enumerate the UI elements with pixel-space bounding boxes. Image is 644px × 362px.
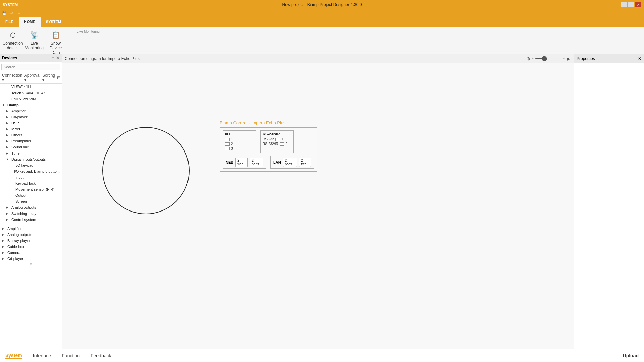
diagram-container: Biamp Control - Impera Echo Plus I/O 1	[62, 63, 574, 349]
tree-item-analog-outputs2[interactable]: ▶Analog outputs	[0, 232, 62, 238]
circle-shape	[102, 127, 190, 214]
redo-button[interactable]: ↪	[16, 10, 22, 16]
main-area: Devices ≡ ✕ Connection ▾ Approval ▾ Sort…	[0, 54, 644, 349]
rs232ir-label-2: RS-232/IR	[263, 142, 278, 146]
tree-item-camera[interactable]: ▶Camera	[0, 250, 62, 256]
rs232ir-connector-2	[280, 142, 284, 146]
canvas-controls: ⊕ • • ▶	[526, 55, 571, 62]
tree-item-io-keypad-biamp[interactable]: I/O keypad, Biamp 8 butto...	[0, 168, 62, 174]
tree-item-fnip[interactable]: FNIP-12xPWM	[0, 96, 62, 102]
neb-title: NEB	[226, 160, 233, 164]
undo-button[interactable]: ↩	[9, 10, 15, 16]
tree-item-switching-relay[interactable]: ▶Switching relay	[0, 210, 62, 217]
live-monitoring-label: Live Monitoring	[25, 41, 44, 50]
tree-item-biamp[interactable]: ▼Biamp	[0, 102, 62, 108]
filter-approval[interactable]: Approval ▾	[24, 73, 40, 82]
tree-item-preamplifier[interactable]: ▶Preamplifier	[0, 138, 62, 144]
tree-item-cd-player[interactable]: ▶Cd-player	[0, 114, 62, 120]
zoom-dot2: •	[563, 56, 565, 61]
tab-system[interactable]: SYSTEM	[41, 17, 66, 27]
filter-icon[interactable]: ⊟	[57, 75, 60, 80]
window-controls: — □ ✕	[621, 2, 641, 7]
tree-item-dsp[interactable]: ▶DSP	[0, 120, 62, 126]
io-label-1: 1	[231, 137, 233, 141]
live-monitoring-button[interactable]: 📡 Live Monitoring	[24, 28, 44, 56]
status-feedback[interactable]: Feedback	[91, 353, 111, 358]
properties-panel: Properties ✕	[574, 54, 644, 349]
rs232ir-num-2: 2	[286, 142, 288, 146]
status-bar: System Interface Function Feedback Uploa…	[0, 349, 644, 362]
tree-item-sound-bar[interactable]: ▶Sound bar	[0, 144, 62, 150]
tree-item-input[interactable]: Input	[0, 174, 62, 180]
io-label-3: 3	[231, 147, 233, 150]
tree-item-analog-outputs[interactable]: ▶Analog outputs	[0, 204, 62, 210]
maximize-button[interactable]: □	[628, 2, 634, 7]
canvas-viewport[interactable]: Biamp Control - Impera Echo Plus I/O 1	[62, 63, 574, 349]
io-port-3: 3	[225, 147, 254, 150]
tab-file[interactable]: FILE	[0, 17, 19, 27]
connection-details-button[interactable]: ⬡ Connection details	[3, 28, 23, 56]
show-device-data-button[interactable]: 📋 Show Device Data	[46, 28, 66, 56]
device-row-2: NEB 2 free 2 ports LAN 2 ports 2 free	[223, 156, 314, 169]
close-button[interactable]: ✕	[635, 2, 641, 7]
io-port-1: 1	[225, 137, 254, 141]
save-button[interactable]: 💾	[1, 10, 7, 16]
lan-badge-free: 2 free	[299, 158, 311, 167]
search-input[interactable]	[1, 64, 60, 70]
zoom-slider[interactable]	[535, 58, 562, 59]
tree-item-blu-ray[interactable]: ▶Blu-ray-player	[0, 238, 62, 244]
system-label: SYSTEM	[3, 3, 18, 7]
status-system[interactable]: System	[5, 353, 22, 359]
zoom-expand-button[interactable]: ▶	[566, 55, 571, 62]
tree-item-movement-sensor[interactable]: Movement sensor (PIR)	[0, 186, 62, 192]
zoom-dot1: •	[532, 56, 534, 61]
tree-item-control-system[interactable]: ▶Control system	[0, 217, 62, 223]
tree-item-cd-player2[interactable]: ▶Cd-player	[0, 256, 62, 262]
tree-item-io-keypad[interactable]: I/O keypad	[0, 162, 62, 168]
rs232-title: RS-232/IR	[263, 132, 291, 136]
tree-item-amplifier1[interactable]: ▶Amplifier	[0, 108, 62, 114]
sidebar-close-icon[interactable]: ✕	[56, 55, 60, 61]
rs232-connector-1	[275, 138, 280, 141]
io-connector-2	[225, 142, 230, 146]
sidebar-divider	[0, 224, 62, 224]
sidebar-options-icon[interactable]: ≡	[52, 55, 54, 61]
tree-item-keypad-lock[interactable]: Keypad lock	[0, 180, 62, 186]
filter-sorting[interactable]: Sorting ▾	[42, 73, 55, 82]
tree-item-cable-box[interactable]: ▶Cable-box	[0, 244, 62, 250]
target-button[interactable]: ⊕	[526, 55, 531, 62]
rs232ir-port-2: RS-232/IR 2	[263, 142, 291, 146]
tree-item-vlsw141h[interactable]: VLSW141H	[0, 84, 62, 90]
minimize-button[interactable]: —	[621, 2, 627, 7]
upload-button[interactable]: Upload	[623, 353, 639, 358]
lan-badge-ports: 2 ports	[283, 158, 297, 167]
tree-item-output[interactable]: Output	[0, 192, 62, 198]
tree-item-mixer[interactable]: ▶Mixer	[0, 126, 62, 132]
rs232-group: RS-232/IR RS-232 1 RS-232/IR 2	[260, 130, 294, 153]
sidebar-header-icons: ≡ ✕	[52, 55, 60, 61]
properties-header: Properties ✕	[574, 54, 644, 63]
tree-item-tuner[interactable]: ▶Tuner	[0, 150, 62, 156]
canvas-area: Connection diagram for Impera Echo Plus …	[62, 54, 574, 349]
tab-home[interactable]: HOME	[19, 17, 41, 27]
sidebar-tree: VLSW141H Touch V8404 T10 4K FNIP-12xPWM …	[0, 84, 62, 349]
title-bar: SYSTEM New project - Biamp Project Desig…	[0, 0, 644, 9]
tree-item-others[interactable]: ▶Others	[0, 132, 62, 138]
rs232-label-1: RS-232	[263, 137, 274, 141]
io-connector-1	[225, 138, 230, 141]
ribbon-tabs: FILE HOME SYSTEM	[0, 17, 644, 27]
properties-options-icon[interactable]: ✕	[638, 56, 641, 61]
io-port-2: 2	[225, 142, 254, 146]
tree-item-screen[interactable]: Screen	[0, 198, 62, 204]
neb-badge-ports: 2 ports	[250, 158, 263, 167]
tree-item-digital-inputs[interactable]: ▼Digital inputs/outputs	[0, 156, 62, 162]
rs232-port-1: RS-232 1	[263, 137, 291, 141]
status-interface[interactable]: Interface	[33, 353, 51, 358]
tree-item-touch-v8404[interactable]: Touch V8404 T10 4K	[0, 90, 62, 96]
status-function[interactable]: Function	[62, 353, 80, 358]
filter-connection[interactable]: Connection ▾	[2, 73, 22, 82]
tree-item-amplifier2[interactable]: ▶Amplifier	[0, 226, 62, 232]
ribbon-buttons-workspace: ⬡ Connection details 📡 Live Monitoring 📋…	[3, 28, 66, 56]
scroll-down-indicator: ▼	[0, 262, 62, 267]
sidebar-search-container	[0, 62, 62, 72]
